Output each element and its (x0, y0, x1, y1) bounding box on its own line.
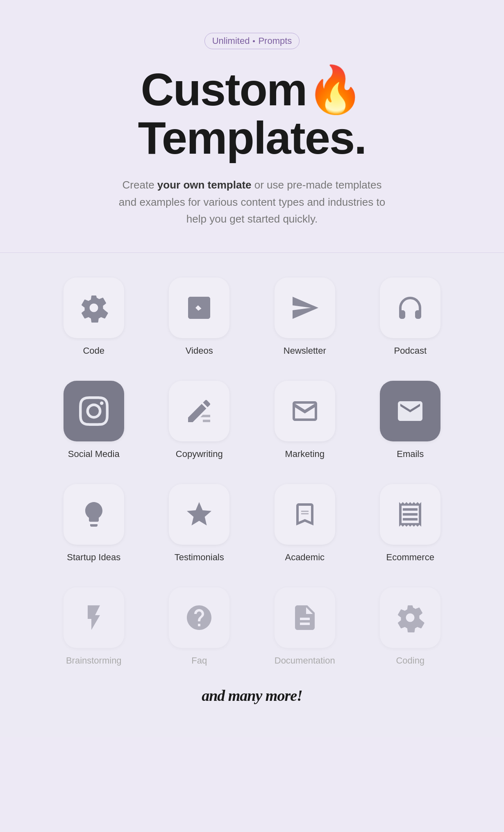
category-item-testimonials[interactable]: Testimonials (153, 484, 246, 563)
icon-box-marketing (275, 381, 335, 441)
badge-unlimited: Unlimited (212, 36, 250, 46)
icon-box-copywriting (169, 381, 229, 441)
category-label-podcast: Podcast (394, 346, 427, 356)
bulb-icon (79, 500, 109, 529)
hero-subtitle-pre: Create (123, 179, 157, 191)
category-item-faq[interactable]: Faq (153, 587, 246, 666)
category-item-coding[interactable]: Coding (364, 587, 457, 666)
gear2-icon (395, 603, 425, 632)
hero-title: Custom🔥 Templates. (138, 66, 366, 162)
pencil-ruler-icon (184, 396, 214, 426)
badge-prompts: Prompts (258, 36, 292, 46)
category-label-marketing: Marketing (285, 449, 325, 459)
doc-icon (290, 603, 320, 632)
category-grid: Code Videos Newsletter (47, 277, 457, 666)
icon-box-documentation (275, 587, 335, 648)
category-label-documentation: Documentation (275, 655, 335, 666)
icon-box-ecommerce (380, 484, 440, 545)
category-item-emails[interactable]: Emails (364, 381, 457, 459)
badge: Unlimited Prompts (204, 33, 300, 49)
and-more-text: and many more! (33, 666, 471, 729)
lightning-icon (79, 603, 109, 632)
category-item-podcast[interactable]: Podcast (364, 277, 457, 356)
badge-dot (253, 40, 255, 42)
category-label-videos: Videos (186, 346, 213, 356)
category-label-emails: Emails (397, 449, 424, 459)
category-label-code: Code (83, 346, 104, 356)
hero-section: Unlimited Prompts Custom🔥 Templates. Cre… (0, 0, 504, 252)
icon-box-faq (169, 587, 229, 648)
play-icon (184, 293, 214, 323)
category-item-social-media[interactable]: Social Media (47, 381, 141, 459)
icon-box-podcast (380, 277, 440, 338)
icon-box-videos (169, 277, 229, 338)
category-label-startup-ideas: Startup Ideas (67, 552, 120, 563)
category-item-newsletter[interactable]: Newsletter (258, 277, 352, 356)
icon-box-testimonials (169, 484, 229, 545)
grid-section: Code Videos Newsletter (0, 253, 504, 737)
category-label-newsletter: Newsletter (284, 346, 326, 356)
headphones-icon (395, 293, 425, 323)
mail-icon (395, 396, 425, 426)
category-item-videos[interactable]: Videos (153, 277, 246, 356)
category-label-testimonials: Testimonials (175, 552, 224, 563)
hero-title-line1: Custom🔥 (138, 66, 366, 114)
category-item-startup-ideas[interactable]: Startup Ideas (47, 484, 141, 563)
category-label-academic: Academic (285, 552, 325, 563)
category-item-documentation[interactable]: Documentation (258, 587, 352, 666)
category-label-copywriting: Copywriting (176, 449, 223, 459)
category-label-faq: Faq (191, 655, 207, 666)
category-item-brainstorming[interactable]: Brainstorming (47, 587, 141, 666)
mail-open-icon (290, 396, 320, 426)
icon-box-academic (275, 484, 335, 545)
send-icon (290, 293, 320, 323)
category-label-social-media: Social Media (68, 449, 120, 459)
icon-box-brainstorming (64, 587, 124, 648)
faq-icon (184, 603, 214, 632)
icon-box-startup-ideas (64, 484, 124, 545)
icon-box-emails (380, 381, 440, 441)
category-item-marketing[interactable]: Marketing (258, 381, 352, 459)
icon-box-coding (380, 587, 440, 648)
category-item-ecommerce[interactable]: Ecommerce (364, 484, 457, 563)
category-item-academic[interactable]: Academic (258, 484, 352, 563)
icon-box-newsletter (275, 277, 335, 338)
icon-box-code (64, 277, 124, 338)
bookmark-icon (290, 500, 320, 529)
category-item-copywriting[interactable]: Copywriting (153, 381, 246, 459)
svg-rect-0 (188, 417, 193, 422)
star-icon (184, 500, 214, 529)
category-label-brainstorming: Brainstorming (66, 655, 122, 666)
category-label-coding: Coding (396, 655, 425, 666)
hero-title-line2: Templates. (138, 114, 366, 162)
category-item-code[interactable]: Code (47, 277, 141, 356)
receipt-icon (395, 500, 425, 529)
hero-subtitle: Create your own template or use pre-made… (113, 177, 391, 228)
gear-icon (79, 293, 109, 323)
category-label-ecommerce: Ecommerce (386, 552, 434, 563)
hero-subtitle-bold: your own template (157, 179, 252, 191)
icon-box-social-media (64, 381, 124, 441)
instagram-icon (79, 396, 109, 426)
